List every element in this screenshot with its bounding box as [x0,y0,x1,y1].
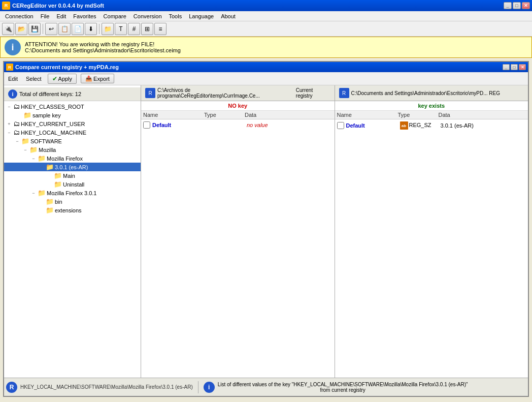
tree-item-hklm[interactable]: − 🗂 HKEY_LOCAL_MACHINE [4,128,141,137]
inner-menu-edit[interactable]: Edit [6,75,20,83]
left-data-header: R C:\Archivos de programa\CeRegEditor\te… [141,85,335,101]
row-name: Default [152,122,206,128]
tb-list[interactable]: ≡ [154,23,167,35]
menu-file[interactable]: File [38,12,53,20]
menu-favorites[interactable]: Favorites [70,12,99,20]
tree-label: Mozilla Firefox [47,156,83,162]
tree-item-sample[interactable]: 📁 sample key [4,111,141,119]
attention-line2: C:\Documents and Settings\Administrador\… [25,47,181,53]
menu-edit[interactable]: Edit [53,12,69,20]
tb-copy[interactable]: 📋 [58,23,71,35]
mypda-registry-icon: R [339,88,349,98]
tb-sep1 [43,24,43,34]
attention-bar: i ATTENTION! You are working with the re… [0,37,532,58]
menu-bar: Connection File Edit Favorites Compare C… [0,11,532,21]
status-separator [198,381,198,393]
col-type-header: Type [398,112,439,118]
tree-item-software[interactable]: − 📁 SOFTWARE [4,137,141,145]
app-icon: R [2,2,10,10]
apply-checkmark-icon: ✔ [52,75,57,82]
folder-icon: 📁 [54,180,62,188]
tb-open[interactable]: 📂 [15,23,27,35]
tb-num[interactable]: # [128,23,140,35]
attention-text: ATTENTION! You are working with the regi… [25,41,181,53]
left-header-path: C:\Archivos de programa\CeRegEditor\temp… [157,87,292,99]
main-content: i Total of different keys: 12 − 🗂 HKEY_C… [4,85,528,378]
tree-label: Mozilla [39,147,56,153]
export-button[interactable]: 📤 Export [81,74,114,83]
tree-item-extensions[interactable]: 📁 extensions [4,206,141,214]
tb-text[interactable]: T [115,23,127,35]
status-bar: R HKEY_LOCAL_MACHINE\SOFTWARE\Mozilla\Mo… [4,378,528,396]
tb-connect[interactable]: 🔌 [2,23,14,35]
row-checkbox[interactable] [143,121,150,129]
apply-button[interactable]: ✔ Apply [48,74,77,84]
tb-paste[interactable]: 📄 [72,23,84,35]
tb-folder[interactable]: 📁 [102,23,114,35]
tree-item-esar[interactable]: − 📁 3.0.1 (es-AR) [4,163,141,171]
table-row[interactable]: Default abREG_SZ 3.0.1 (es-AR) [335,120,528,131]
row-data: 3.0.1 (es-AR) [441,122,526,129]
inner-maximize[interactable]: □ [511,64,518,70]
toggle-icon: − [6,130,12,136]
folder-icon: 🗂 [13,129,20,136]
right-panel: R C:\Archivos de programa\CeRegEditor\te… [141,85,528,378]
toggle-icon [47,173,53,179]
tree-item-hkcr[interactable]: − 🗂 HKEY_CLASSES_ROOT [4,102,141,111]
toggle-icon [16,112,22,118]
apply-label: Apply [58,76,73,82]
row-checkbox[interactable] [337,122,344,129]
right-header-path: C:\Documents and Settings\Administrador\… [351,90,500,96]
inner-title-bar: R Compare current registry + myPDA.reg _… [4,62,528,72]
inner-window: R Compare current registry + myPDA.reg _… [3,61,529,397]
minimize-button[interactable]: _ [504,2,512,9]
left-panel-status: NO key [141,101,335,111]
menu-tools[interactable]: Tools [166,12,185,20]
tb-save[interactable]: 💾 [28,23,41,35]
tree-label: HKEY_LOCAL_MACHINE [21,130,86,136]
tb-import[interactable]: ⬇ [85,23,97,35]
menu-connection[interactable]: Connection [2,12,37,20]
tree-item-firefox[interactable]: − 📁 Mozilla Firefox [4,154,141,163]
menu-conversion[interactable]: Conversion [130,12,165,20]
right-col-headers: Name Type Data [335,111,528,119]
tree-item-mozilla[interactable]: − 📁 Mozilla [4,145,141,154]
main-toolbar: 🔌 📂 💾 ↩ 📋 📄 ⬇ 📁 T # ⊞ ≡ [0,21,532,37]
toggle-icon: − [39,164,45,170]
menu-about[interactable]: About [218,12,239,20]
tree-item-hkcu[interactable]: + 🗂 HKEY_CURRENT_USER [4,119,141,128]
current-registry-icon: R [145,88,155,98]
toggle-icon: + [6,121,12,127]
right-data-header: R C:\Documents and Settings\Administrado… [335,85,528,101]
folder-icon: 🗂 [13,120,20,128]
tb-grid[interactable]: ⊞ [141,23,153,35]
title-bar-buttons: _ □ ✕ [504,2,530,9]
maximize-button[interactable]: □ [513,2,521,9]
table-row[interactable]: Default no value [141,120,335,130]
panel-header: i Total of different keys: 12 [4,87,141,101]
panel-info-icon: i [8,89,17,99]
menu-compare[interactable]: Compare [101,12,129,20]
left-data-rows: Default no value [141,119,335,378]
tree-item-uninstall[interactable]: 📁 Uninstall [4,180,141,189]
tree-item-firefox301[interactable]: − 📁 Mozilla Firefox 3.0.1 [4,189,141,197]
close-button[interactable]: ✕ [522,2,530,9]
inner-minimize[interactable]: _ [503,64,510,70]
tree-item-bin[interactable]: 📁 bin [4,197,141,206]
toggle-icon: − [6,104,12,110]
left-col-headers: Name Type Data [141,111,335,119]
col-name-header: Name [337,112,398,118]
left-header-sub: Current registry [296,87,330,99]
status-path: HKEY_LOCAL_MACHINE\SOFTWARE\Mozilla\Mozi… [20,384,193,390]
inner-close[interactable]: ✕ [519,64,526,70]
menu-language[interactable]: Language [186,12,217,20]
status-info-text: List of different values of the key "HKE… [218,382,468,393]
inner-menu-select[interactable]: Select [24,75,44,83]
folder-icon: 📁 [38,189,46,197]
right-data-panel: key exists Name Type Data Default ab [335,101,528,378]
right-headers: R C:\Archivos de programa\CeRegEditor\te… [141,85,528,101]
tree-item-main[interactable]: 📁 Main [4,171,141,180]
row-type: abREG_SZ [400,121,441,130]
tb-back[interactable]: ↩ [45,23,57,35]
tree-label: 3.0.1 (es-AR) [55,164,88,170]
